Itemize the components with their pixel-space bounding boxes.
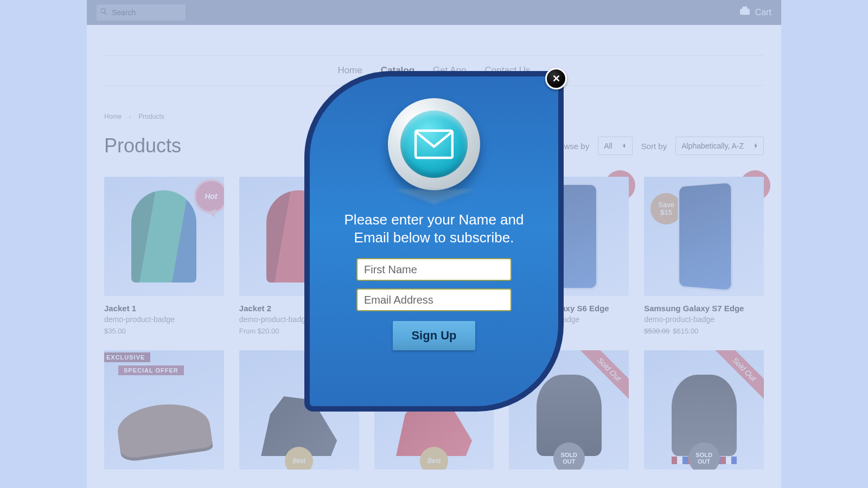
product-card[interactable]: SALE Save $15 Samsung Galaxy S7 Edge dem… [644,177,764,335]
product-vendor: demo-product-badge [104,315,224,324]
product-name: Samsung Galaxy S7 Edge [644,304,764,313]
sold-out-corner-badge: Sold Out [714,350,764,400]
product-vendor: demo-product-badge [644,315,764,324]
filter-bar: Browse by All ▲▼ Sort by Alphabetically,… [551,137,764,155]
browse-by-value: All [604,142,612,150]
search-icon [100,8,107,17]
top-bar: Cart [87,0,781,25]
product-price: $530.00$615.00 [644,327,764,335]
email-input[interactable] [356,288,512,311]
special-offer-badge: SPECIAL OFFER [118,365,184,375]
sold-out-badge: SOLD OUT [688,442,720,470]
product-price: $35.00 [104,327,224,335]
product-card[interactable]: Sold Out SOLD OUT [644,350,764,470]
sort-arrows-icon: ▲▼ [622,144,627,148]
close-icon[interactable]: ✕ [545,68,567,89]
sold-out-badge: SOLD OUT [553,442,585,470]
sold-out-corner-badge: Sold Out [579,350,629,400]
sort-by-value: Alphabetically, A-Z [681,142,744,150]
cart-label: Cart [755,8,771,17]
product-card[interactable]: EXCLUSIVE SPECIAL OFFER [104,350,224,470]
search-input[interactable] [111,8,182,17]
cart-icon [739,7,751,18]
sort-arrows-icon: ▲▼ [754,144,758,148]
cart-link[interactable]: Cart [739,7,771,18]
mail-icon [388,98,480,190]
product-image: EXCLUSIVE SPECIAL OFFER [104,350,224,470]
subscribe-modal: ✕ Please enter your Name and Email below… [304,71,564,412]
browse-by-select[interactable]: All ▲▼ [598,137,632,155]
product-image: Sold Out SOLD OUT [644,350,764,470]
page-title: Products [104,134,181,157]
save-badge: Save $15 [650,193,682,224]
sort-by-label: Sort by [641,142,667,151]
hot-badge: Hot [194,179,224,214]
product-image: Hot [104,177,224,296]
breadcrumb-home[interactable]: Home [104,113,122,120]
exclusive-badge: EXCLUSIVE [104,352,150,362]
sign-up-button[interactable]: Sign Up [393,321,475,350]
svg-rect-0 [741,9,750,15]
modal-heading: Please enter your Name and Email below t… [337,211,531,246]
breadcrumb-current: Products [138,113,164,120]
product-name: Jacket 1 [104,304,224,313]
product-image: Save $15 [644,177,764,296]
sort-by-select[interactable]: Alphabetically, A-Z ▲▼ [675,137,764,155]
search-box[interactable] [97,4,186,21]
product-card[interactable]: Hot Jacket 1 demo-product-badge $35.00 [104,177,224,335]
chevron-right-icon: › [129,114,131,120]
first-name-input[interactable] [356,258,512,281]
